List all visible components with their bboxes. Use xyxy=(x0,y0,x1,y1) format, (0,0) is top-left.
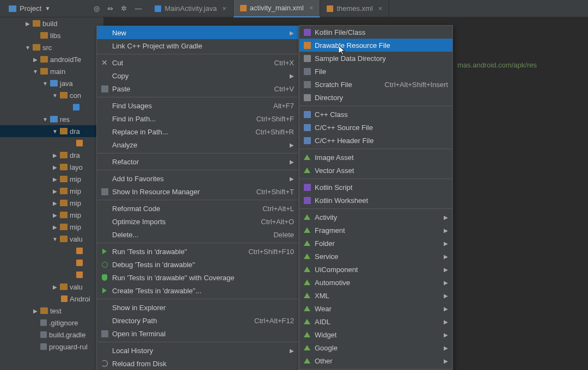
menu-item-service[interactable]: Service▶ xyxy=(299,250,452,263)
tree-item[interactable] xyxy=(0,269,103,281)
project-dropdown[interactable]: Project ▼ xyxy=(3,2,56,15)
context-menu[interactable]: New▶Link C++ Project with Gradle✕CutCtrl… xyxy=(96,26,299,370)
menu-item-widget[interactable]: Widget▶ xyxy=(299,328,452,341)
expand-arrow-icon[interactable]: ▶ xyxy=(52,200,58,206)
close-icon[interactable]: × xyxy=(378,4,383,13)
menu-item-file[interactable]: File xyxy=(299,65,452,78)
menu-item-directory-path[interactable]: Directory PathCtrl+Alt+F12 xyxy=(97,314,298,327)
tree-item[interactable] xyxy=(0,245,103,257)
menu-item-wear[interactable]: Wear▶ xyxy=(299,302,452,315)
expand-arrow-icon[interactable]: ▶ xyxy=(52,176,58,182)
menu-item-create-tests-in-drawable[interactable]: Create 'Tests in 'drawable''... xyxy=(97,284,298,297)
expand-arrow-icon[interactable]: ▶ xyxy=(52,284,58,290)
menu-item-local-history[interactable]: Local History▶ xyxy=(97,344,298,357)
menu-item-refactor[interactable]: Refactor▶ xyxy=(97,155,298,168)
menu-item-copy[interactable]: Copy▶ xyxy=(97,69,298,82)
tree-item[interactable]: ▶valu xyxy=(0,281,103,293)
menu-item-kotlin-worksheet[interactable]: Kotlin Worksheet xyxy=(299,194,452,207)
menu-item-c-c-source-file[interactable]: C/C++ Source File xyxy=(299,121,452,134)
menu-item-activity[interactable]: Activity▶ xyxy=(299,211,452,224)
menu-item-sample-data-directory[interactable]: Sample Data Directory xyxy=(299,52,452,65)
tree-item[interactable]: ▶androidTe xyxy=(0,53,103,65)
expand-arrow-icon[interactable]: ▼ xyxy=(25,45,30,51)
tree-item[interactable]: ▼res xyxy=(0,113,103,125)
expand-arrow-icon[interactable]: ▼ xyxy=(42,116,48,122)
menu-item-drawable-resource-file[interactable]: Drawable Resource File xyxy=(299,39,452,52)
expand-arrow-icon[interactable]: ▼ xyxy=(52,236,58,242)
close-icon[interactable]: × xyxy=(222,4,226,13)
menu-item-show-in-resource-manager[interactable]: Show In Resource ManagerCtrl+Shift+T xyxy=(97,185,298,198)
expand-arrow-icon[interactable]: ▶ xyxy=(52,164,58,170)
collapse-icon[interactable]: — xyxy=(134,4,142,13)
tree-item[interactable]: ▶layo xyxy=(0,161,103,173)
menu-item-vector-asset[interactable]: Vector Asset xyxy=(299,164,452,177)
menu-item-reload-from-disk[interactable]: Reload from Disk xyxy=(97,357,298,370)
tab-themes-xml[interactable]: themes.xml× xyxy=(320,0,389,17)
menu-item-delete[interactable]: Delete...Delete xyxy=(97,228,298,241)
menu-item-aidl[interactable]: AIDL▶ xyxy=(299,315,452,328)
menu-item-automotive[interactable]: Automotive▶ xyxy=(299,276,452,289)
menu-item-optimize-imports[interactable]: Optimize ImportsCtrl+Alt+O xyxy=(97,215,298,228)
menu-item-c-class[interactable]: C++ Class xyxy=(299,108,452,121)
menu-item-fragment[interactable]: Fragment▶ xyxy=(299,224,452,237)
menu-item-show-in-explorer[interactable]: Show in Explorer xyxy=(97,301,298,314)
tree-item[interactable]: ▶mip xyxy=(0,221,103,233)
expand-arrow-icon[interactable]: ▶ xyxy=(52,152,58,158)
tree-item[interactable]: ▼con xyxy=(0,89,103,101)
expand-arrow-icon[interactable]: ▶ xyxy=(52,188,58,194)
menu-item-c-c-header-file[interactable]: C/C++ Header File xyxy=(299,134,452,147)
menu-item-replace-in-path[interactable]: Replace in Path...Ctrl+Shift+R xyxy=(97,125,298,138)
menu-item-debug-tests-in-drawable[interactable]: Debug 'Tests in 'drawable'' xyxy=(97,258,298,271)
tree-item[interactable]: ▶mip xyxy=(0,185,103,197)
expand-arrow-icon[interactable]: ▼ xyxy=(52,92,58,98)
tree-item[interactable]: ▶mip xyxy=(0,197,103,209)
tree-item[interactable]: ▼java xyxy=(0,77,103,89)
menu-item-link-c-project-with-gradle[interactable]: Link C++ Project with Gradle xyxy=(97,39,298,52)
tab-activity-main-xml[interactable]: activity_main.xml× xyxy=(234,0,321,17)
tree-item[interactable]: libs xyxy=(0,29,103,41)
expand-arrow-icon[interactable]: ▼ xyxy=(42,81,48,87)
menu-item-image-asset[interactable]: Image Asset xyxy=(299,151,452,164)
menu-item-scratch-file[interactable]: Scratch FileCtrl+Alt+Shift+Insert xyxy=(299,78,452,91)
tree-item[interactable]: ▼valu xyxy=(0,233,103,245)
menu-item-google[interactable]: Google▶ xyxy=(299,341,452,354)
tree-item[interactable] xyxy=(0,137,103,149)
tree-item[interactable]: ▶test xyxy=(0,305,103,317)
close-icon[interactable]: × xyxy=(309,4,314,12)
tab-mainactivity-java[interactable]: MainActivity.java× xyxy=(148,0,233,17)
menu-item-kotlin-file-class[interactable]: Kotlin File/Class xyxy=(299,26,452,39)
tree-item[interactable]: ▶mip xyxy=(0,173,103,185)
tree-item[interactable]: proguard-rul xyxy=(0,341,103,353)
expand-arrow-icon[interactable]: ▶ xyxy=(33,57,38,63)
expand-arrow-icon[interactable]: ▶ xyxy=(52,212,58,218)
tree-item[interactable]: ▶mip xyxy=(0,209,103,221)
expand-arrow-icon[interactable]: ▶ xyxy=(52,224,58,230)
expand-arrow-icon[interactable]: ▼ xyxy=(52,128,58,134)
menu-item-other[interactable]: Other▶ xyxy=(299,354,452,367)
menu-item-add-to-favorites[interactable]: Add to Favorites▶ xyxy=(97,172,298,185)
tree-item[interactable]: Androi xyxy=(0,293,103,305)
menu-item-kotlin-script[interactable]: Kotlin Script xyxy=(299,181,452,194)
tree-item[interactable]: build.gradle xyxy=(0,329,103,341)
menu-item-reformat-code[interactable]: Reformat CodeCtrl+Alt+L xyxy=(97,202,298,215)
menu-item-folder[interactable]: Folder▶ xyxy=(299,237,452,250)
menu-item-run-tests-in-drawable[interactable]: Run 'Tests in 'drawable''Ctrl+Shift+F10 xyxy=(97,245,298,258)
menu-item-paste[interactable]: PasteCtrl+V xyxy=(97,82,298,95)
new-submenu[interactable]: Kotlin File/ClassDrawable Resource FileS… xyxy=(299,25,453,370)
gear-icon[interactable]: ✲ xyxy=(121,4,127,13)
expand-arrow-icon[interactable]: ▶ xyxy=(33,308,38,314)
menu-item-new[interactable]: New▶ xyxy=(97,26,298,39)
tree-item[interactable]: ▶dra xyxy=(0,149,103,161)
target-icon[interactable]: ◎ xyxy=(94,4,100,13)
tree-item[interactable] xyxy=(0,101,103,113)
menu-item-cut[interactable]: ✕CutCtrl+X xyxy=(97,56,298,69)
menu-item-find-in-path[interactable]: Find in Path...Ctrl+Shift+F xyxy=(97,112,298,125)
tree-item[interactable]: .gitignore xyxy=(0,317,103,329)
tree-item[interactable]: ▼src xyxy=(0,41,103,53)
tree-item[interactable]: ▼main xyxy=(0,65,103,77)
tree-item[interactable]: ▶build xyxy=(0,17,103,29)
tree-item[interactable] xyxy=(0,257,103,269)
menu-item-analyze[interactable]: Analyze▶ xyxy=(97,138,298,151)
menu-item-open-in-terminal[interactable]: Open in Terminal xyxy=(97,327,298,340)
expand-arrow-icon[interactable]: ▼ xyxy=(33,69,38,75)
